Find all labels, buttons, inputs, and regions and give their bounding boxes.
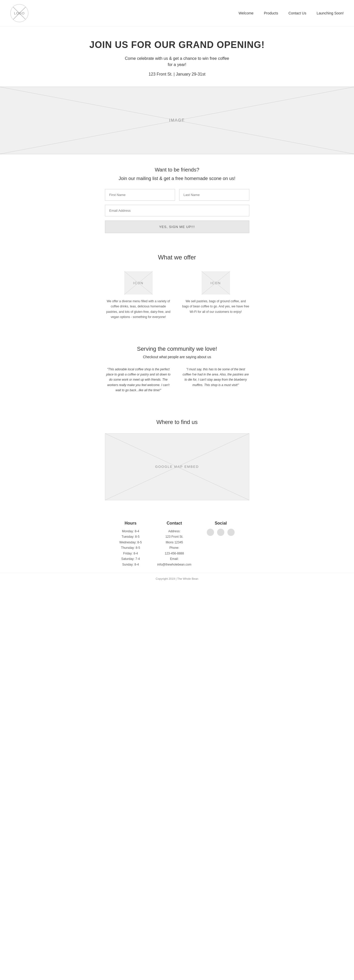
contact-heading: Contact bbox=[157, 521, 191, 526]
mailing-section: Want to be friends? Join our mailing lis… bbox=[0, 154, 354, 241]
community-section: Serving the community we love! Checkout … bbox=[0, 332, 354, 406]
email-address: info@thewholebean.com bbox=[157, 562, 191, 568]
svg-line-1 bbox=[0, 87, 354, 154]
icon-x-lines-2 bbox=[202, 271, 230, 294]
offer-heading: What we offer bbox=[10, 254, 344, 261]
hours-row: Wednesday: 8-5 bbox=[119, 540, 142, 546]
first-name-input[interactable] bbox=[105, 189, 175, 200]
email-label: Email: bbox=[157, 556, 191, 562]
hero-section: JOIN US FOR OUR GRAND OPENING! Come cele… bbox=[0, 27, 354, 87]
social-circle-1[interactable] bbox=[207, 529, 214, 536]
map-x-lines bbox=[105, 434, 249, 500]
copyright-text: Copyright 2019 | The Whole Bean bbox=[156, 577, 198, 580]
svg-line-0 bbox=[0, 87, 354, 154]
signup-button[interactable]: YES, SIGN ME UP!!! bbox=[105, 221, 249, 233]
email-row bbox=[105, 205, 249, 216]
social-circle-2[interactable] bbox=[217, 529, 224, 536]
hours-row: Saturday: 7-4 bbox=[119, 556, 142, 562]
hours-list: Monday: 8-4Tuesday: 8-5Wednesday: 8-5Thu… bbox=[119, 529, 142, 568]
offer-section: What we offer ICON We offer a diverse me… bbox=[0, 241, 354, 332]
social-circles bbox=[207, 529, 235, 536]
email-input[interactable] bbox=[105, 205, 249, 216]
phone-label: Phone: bbox=[157, 545, 191, 551]
map-heading: Where to find us bbox=[10, 419, 344, 426]
mailing-heading2: Join our mailing list & get a free homem… bbox=[10, 176, 344, 181]
footer-hours: Hours Monday: 8-4Tuesday: 8-5Wednesday: … bbox=[119, 521, 142, 568]
testimonial-1: "This adorable local coffee shop is the … bbox=[105, 367, 172, 393]
hours-row: Thursday: 8-5 bbox=[119, 545, 142, 551]
hours-row: Sunday: 8-4 bbox=[119, 562, 142, 568]
hours-heading: Hours bbox=[119, 521, 142, 526]
community-heading: Serving the community we love! bbox=[10, 345, 344, 352]
social-heading: Social bbox=[207, 521, 235, 526]
map-section: Where to find us GOOGLE MAP EMBED bbox=[0, 406, 354, 511]
hours-row: Friday: 8-4 bbox=[119, 551, 142, 557]
offer-text-2: We sell pastries, bags of ground coffee,… bbox=[182, 299, 249, 314]
testimonials: "This adorable local coffee shop is the … bbox=[105, 367, 249, 393]
hero-image-placeholder: IMAGE bbox=[0, 87, 354, 154]
social-circle-3[interactable] bbox=[227, 529, 235, 536]
address-line2: Illions 12345 bbox=[157, 540, 191, 546]
logo[interactable]: LOGO bbox=[10, 4, 29, 22]
icon-x-lines-1 bbox=[124, 271, 152, 294]
mailing-heading1: Want to be friends? bbox=[10, 167, 344, 173]
hero-title: JOIN US FOR OUR GRAND OPENING! bbox=[16, 40, 338, 50]
map-placeholder: GOOGLE MAP EMBED bbox=[105, 433, 249, 500]
address-label: Address: bbox=[157, 529, 191, 535]
offer-text-1: We offer a diverse menu filled with a va… bbox=[105, 299, 172, 320]
image-label: IMAGE bbox=[169, 118, 185, 123]
offer-icon-1: ICON bbox=[124, 271, 152, 294]
testimonial-2: "I must say, this has to be some of the … bbox=[182, 367, 249, 393]
hero-date: 123 Front St. | January 29-31st bbox=[16, 72, 338, 76]
offer-grid: ICON We offer a diverse menu filled with… bbox=[105, 271, 249, 320]
hours-row: Monday: 8-4 bbox=[119, 529, 142, 535]
community-subheading: Checkout what people are saying about us bbox=[10, 355, 344, 359]
footer-contact: Contact Address: 123 Front St. Illions 1… bbox=[157, 521, 191, 568]
image-x-lines bbox=[0, 87, 354, 154]
last-name-input[interactable] bbox=[179, 189, 249, 200]
nav-welcome[interactable]: Welcome bbox=[238, 11, 254, 15]
offer-item-1: ICON We offer a diverse menu filled with… bbox=[105, 271, 172, 320]
nav-contact[interactable]: Contact Us bbox=[289, 11, 306, 15]
phone-number: 123-456-8888 bbox=[157, 551, 191, 557]
nav-products[interactable]: Products bbox=[264, 11, 278, 15]
copyright: Copyright 2019 | The Whole Bean bbox=[0, 573, 354, 584]
hours-row: Tuesday: 8-5 bbox=[119, 534, 142, 540]
offer-icon-2: ICON bbox=[202, 271, 230, 294]
nav-launching[interactable]: Launching Soon! bbox=[317, 11, 344, 15]
navigation: LOGO Welcome Products Contact Us Launchi… bbox=[0, 0, 354, 27]
footer-social: Social bbox=[207, 521, 235, 568]
footer-info: Hours Monday: 8-4Tuesday: 8-5Wednesday: … bbox=[0, 511, 354, 573]
hero-subtitle: Come celebrate with us & get a chance to… bbox=[123, 56, 231, 68]
offer-item-2: ICON We sell pastries, bags of ground co… bbox=[182, 271, 249, 320]
name-row bbox=[105, 189, 249, 200]
address-line1: 123 Front St. bbox=[157, 534, 191, 540]
logo-text: LOGO bbox=[14, 11, 25, 15]
nav-links: Welcome Products Contact Us Launching So… bbox=[238, 11, 344, 16]
